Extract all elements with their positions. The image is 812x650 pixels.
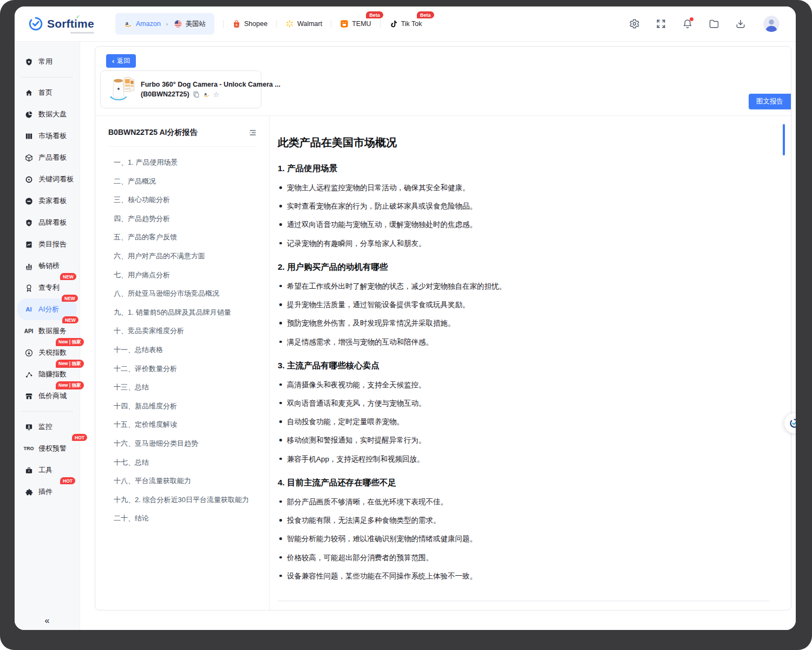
sidebar-item-badge: NEW	[62, 316, 78, 323]
lowprice-icon	[24, 392, 33, 400]
chevron-left-icon: ‹	[112, 57, 114, 64]
settings-icon[interactable]	[629, 18, 640, 29]
toc-item[interactable]: 十四、新品维度分析	[108, 397, 257, 416]
separator	[380, 20, 381, 28]
notification-icon[interactable]	[682, 18, 693, 29]
main-area: ‹ 返回	[80, 42, 796, 630]
product-card[interactable]: Furbo 360° Dog Camera - Unlock Camera ..…	[100, 70, 261, 108]
sorftime-logo-icon	[29, 17, 43, 31]
sidebar-item-home[interactable]: 首页	[15, 82, 80, 103]
brand-icon: R	[24, 219, 33, 227]
marketplace-tab-tiktok[interactable]: Tik TokBeta	[389, 20, 422, 28]
toc-item[interactable]: 十五、定价维度解读	[108, 415, 257, 434]
report-section-heading: 4. 目前主流产品还存在哪些不足	[278, 477, 769, 489]
user-avatar[interactable]	[763, 16, 780, 32]
sidebar: 常用首页数据大盘市场看板产品看板关键词看板卖家看板R品牌看板类目报告畅销榜查专利…	[15, 42, 80, 630]
report-bullet: 设备兼容性问题，某些功能在不同操作系统上体验不一致。	[278, 571, 769, 581]
monitor-icon	[24, 423, 33, 431]
patent-icon	[24, 284, 33, 292]
marketplace-tab-shopee[interactable]: SShopee	[232, 20, 267, 28]
marketplace-tab-temu[interactable]: TEMUBeta	[340, 20, 371, 28]
sidebar-item-label: 侵权预警	[38, 444, 67, 453]
report-bullet: 投食功能有限，无法满足多种食物类型的需求。	[278, 516, 769, 525]
sidebar-item-label: 查专利	[38, 283, 60, 292]
sidebar-item-badge: New | 独家	[56, 338, 84, 346]
back-button[interactable]: ‹ 返回	[106, 54, 136, 68]
toc-item[interactable]: 四、产品趋势分析	[108, 210, 257, 229]
report-bullet: 移动侦测和警报通知，实时提醒异常行为。	[278, 435, 769, 445]
report-bullet: 兼容手机App，支持远程控制和视频回放。	[278, 454, 769, 464]
sidebar-item-lowprice[interactable]: 低价商城New | 独家	[15, 385, 80, 407]
sidebar-item-tro[interactable]: TRO侵权预警HOT	[15, 438, 80, 459]
toc-item[interactable]: 十六、亚马逊细分类目趋势	[108, 434, 257, 453]
sidebar-item-seller[interactable]: 卖家看板	[15, 190, 80, 212]
toc-item[interactable]: 八、所处亚马逊细分市场竞品概况	[108, 284, 257, 303]
fullscreen-icon[interactable]	[656, 18, 666, 29]
toc-item[interactable]: 七、用户痛点分析	[108, 266, 257, 285]
toc-item[interactable]: 二、产品概况	[108, 172, 257, 191]
marketplace-active-group[interactable]: aAmazon›美国站	[115, 13, 214, 35]
sidebar-item-label: 产品看板	[38, 153, 67, 162]
sidebar-item-label: 数据大盘	[38, 109, 67, 119]
report-content: 此类产品在美国市场概况 1. 产品使用场景宠物主人远程监控宠物的日常活动，确保其…	[270, 116, 791, 610]
toc-list-icon[interactable]	[248, 128, 257, 137]
toc-item[interactable]: 五、产品的客户反馈	[108, 228, 257, 247]
folder-icon[interactable]	[709, 18, 719, 29]
star-icon[interactable]: ☆	[213, 90, 220, 99]
sidebar-item-label: 畅销榜	[38, 261, 60, 271]
sidebar-item-plugin[interactable]: 插件HOT	[15, 481, 80, 503]
toc-item[interactable]: 十九、2. 综合分析近30日平台流量获取能力	[108, 491, 257, 510]
sidebar-item-badge: NEW	[62, 295, 78, 302]
report-bullet: 自动投食功能，定时定量喂养宠物。	[278, 417, 769, 427]
sidebar-item-label: 监控	[38, 422, 53, 432]
copy-icon[interactable]	[193, 91, 200, 98]
sidebar-item-brand[interactable]: R品牌看板	[15, 212, 80, 233]
sidebar-item-badge: HOT	[60, 477, 75, 484]
toc-item[interactable]: 六、用户对产品的不满意方面	[108, 247, 257, 266]
report-card-header: ‹ 返回	[95, 47, 791, 116]
amazon-link-icon[interactable]: a	[203, 91, 210, 98]
marketplace-label: TEMU	[352, 20, 371, 28]
back-label: 返回	[117, 56, 130, 66]
app-logo[interactable]: Sorftime ✓	[15, 17, 106, 31]
amazon-icon: a	[124, 20, 133, 28]
toc-item[interactable]: 十七、总结	[108, 453, 257, 472]
sidebar-item-badge: New | 独家	[56, 360, 84, 368]
scrollbar-thumb[interactable]	[783, 124, 785, 155]
toc-item[interactable]: 九、1. 销量前5的品牌及其品牌月销量	[108, 303, 257, 322]
toc-item[interactable]: 十三、总结	[108, 378, 257, 397]
toc-item[interactable]: 三、核心功能分析	[108, 191, 257, 210]
app-window: Sorftime ✓ aAmazon›美国站SShopeeWalmartTEMU…	[15, 6, 796, 630]
toc-item[interactable]: 十一、总结表格	[108, 341, 257, 360]
report-bullet: 希望在工作或外出时了解宠物的状态，减少对宠物独自在家的担忧。	[278, 282, 769, 291]
download-icon[interactable]	[735, 18, 746, 29]
report-bullet: 宠物主人远程监控宠物的日常活动，确保其安全和健康。	[278, 183, 769, 193]
toc-item[interactable]: 一、1. 产品使用场景	[108, 153, 257, 172]
toc-item[interactable]: 十、竞品卖家维度分析	[108, 322, 257, 341]
sidebar-collapse-button[interactable]: «	[15, 616, 80, 626]
sidebar-item-monitor[interactable]: 监控	[15, 416, 80, 438]
svg-text:a: a	[204, 92, 206, 95]
topbar: Sorftime ✓ aAmazon›美国站SShopeeWalmartTEMU…	[15, 6, 796, 42]
sidebar-item-keyword[interactable]: 关键词看板	[15, 168, 80, 190]
report-bullet: 部分产品画质不够清晰，在低光环境下表现不佳。	[278, 497, 769, 507]
market-icon	[24, 132, 33, 140]
sidebar-item-category[interactable]: 类目报告	[15, 233, 80, 255]
image-text-report-button[interactable]: 图文报告	[749, 94, 791, 109]
toc-item[interactable]: 十二、评价数量分析	[108, 360, 257, 379]
marketplace-label: Tik Tok	[401, 20, 422, 28]
marketplace-tab-walmart[interactable]: Walmart	[285, 20, 322, 28]
walmart-icon	[285, 20, 294, 28]
separator	[331, 20, 331, 28]
keyword-icon	[24, 176, 33, 184]
profit-icon	[24, 370, 33, 379]
sidebar-item-market[interactable]: 市场看板	[15, 125, 80, 147]
marketplace-tab-美国站[interactable]: 美国站	[174, 20, 206, 29]
sidebar-item-product[interactable]: 产品看板	[15, 147, 80, 168]
sidebar-item-badge: New | 独家	[56, 381, 84, 389]
marketplace-tab-amazon[interactable]: aAmazon	[124, 20, 161, 28]
sidebar-item-shield[interactable]: 常用	[15, 51, 80, 73]
toc-item[interactable]: 十八、平台流量获取能力	[108, 472, 257, 491]
sidebar-item-dashboard[interactable]: 数据大盘	[15, 103, 80, 125]
toc-item[interactable]: 二十、结论	[108, 509, 257, 528]
